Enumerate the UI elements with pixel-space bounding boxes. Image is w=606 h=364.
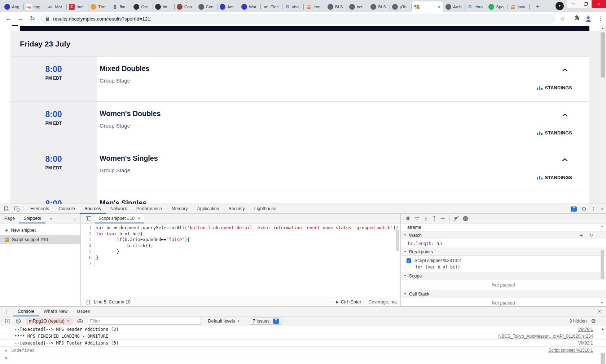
browser-menu-kebab-icon[interactable]: ⋮ [597,15,605,23]
callstack-section-header[interactable]: ▼ Call Stack [401,290,606,298]
editor-scrollbar-thumb[interactable] [396,230,399,251]
issues-counter-button[interactable]: 7 Issues: 7 [250,318,282,325]
devtools-tab-lighthouse[interactable]: Lighthouse [250,204,281,214]
browser-tab[interactable]: Con [175,1,196,12]
bookmark-star-icon[interactable]: ☆ [558,15,566,23]
step-into-icon[interactable] [424,216,428,221]
pause-on-exceptions-icon[interactable] [463,216,468,221]
refresh-watch-icon[interactable]: ↻ [589,232,593,238]
breakpoint-checkbox[interactable]: ✓ [407,258,411,263]
devtools-settings-gear-icon[interactable]: ⚙ [581,206,586,212]
sidebar-tab-page[interactable]: Page [0,214,19,223]
devtools-close-icon[interactable]: × [601,206,604,212]
devtools-tab-console[interactable]: Console [54,204,80,214]
clear-console-icon[interactable] [15,318,22,324]
debugger-scroll-up-arrow[interactable]: ▲ [599,225,605,228]
editor-tab[interactable]: Script snippet #10 × [95,214,144,223]
devtools-tab-memory[interactable]: Memory [167,204,192,214]
message-source-link[interactable]: NBCS_Tokyo_AppMeasur…orAPI_011620.js:234 [498,334,593,339]
browser-tab[interactable]: Con [196,1,218,12]
sidebar-kebab-icon[interactable]: ⋮ [73,216,78,221]
step-over-icon[interactable] [414,216,420,221]
snippet-item[interactable]: Script snippet #10 [0,235,80,244]
browser-tab[interactable]: Am [218,1,239,12]
standings-link[interactable]: STANDINGS [537,130,572,136]
live-expression-eye-icon[interactable] [77,318,83,324]
log-levels-dropdown[interactable]: Default levels ▼ [208,319,240,324]
devtools-tab-elements[interactable]: Elements [26,204,54,214]
message-source-link[interactable]: VM82:1 [578,341,593,346]
watch-section-header[interactable]: ▼ Watch + ↻ [401,231,606,239]
page-scrollbar-thumb[interactable] [601,32,605,77]
console-prompt[interactable]: > [0,354,606,362]
back-button[interactable]: ← [4,14,13,23]
browser-tab[interactable]: Gchro [465,1,487,12]
scope-section-header[interactable]: ▼ Scope [401,272,606,280]
add-watch-icon[interactable]: + [580,232,583,238]
devtools-tab-performance[interactable]: Performance [132,204,167,214]
browser-tab[interactable]: BLS [325,1,347,12]
message-source-link[interactable]: Script snippet %2310:1 [549,348,593,353]
message-source-link[interactable]: VM79:1 [578,327,593,332]
editor-tab-close-icon[interactable]: × [137,216,140,221]
address-bar[interactable]: results.nbcolympics.com/results?sportId=… [40,14,556,24]
drawer-close-icon[interactable]: × [598,308,601,314]
browser-tab[interactable]: Ang [2,1,24,12]
browser-tab[interactable]: The [88,1,110,12]
console-drawer-tab-whatsnew[interactable]: What's New [39,307,72,316]
console-scrollbar-thumb[interactable] [601,353,605,364]
browser-tab[interactable]: epgepg [24,1,45,12]
drawer-menu-kebab-icon[interactable]: ⋮ [4,308,9,314]
standings-link[interactable]: STANDINGS [537,175,572,180]
format-braces-icon[interactable]: { } [86,299,90,305]
deactivate-breakpoints-icon[interactable] [454,216,459,221]
reload-button[interactable]: ↻ [28,14,37,23]
inspect-element-icon[interactable] [3,205,10,212]
editor-scroll-up-arrow[interactable]: ▲ [394,225,400,228]
step-out-icon[interactable] [432,216,436,221]
devtools-tab-security[interactable]: Security [224,204,250,214]
devtools-tab-network[interactable]: Network [106,204,132,214]
browser-tab[interactable]: Wat [239,1,261,12]
tab-close-icon[interactable]: × [437,4,441,10]
browser-tab[interactable]: Arch [443,1,465,12]
console-settings-gear-icon[interactable]: ⚙ [591,318,596,324]
minimize-button[interactable] [567,0,579,8]
new-snippet-button[interactable]: + New snippet [0,226,80,235]
console-filter-input[interactable] [88,318,201,325]
breakpoints-section-header[interactable]: ▼ Breakpoints [401,248,606,256]
new-tab-button[interactable]: + [533,2,543,12]
browser-tab[interactable]: BLS [368,1,390,12]
browser-tab[interactable]: {}ffm [110,1,132,12]
browser-tab[interactable]: AOMat [45,1,67,12]
device-toolbar-icon[interactable] [13,205,20,212]
debugger-scroll-down-arrow[interactable]: ▼ [599,301,605,305]
console-drawer-tab-console[interactable]: Console [13,307,39,316]
collapse-chevron-icon[interactable] [562,112,568,118]
javascript-context-selector[interactable]: mRpg1O (results) ▼ [26,318,73,325]
issues-counter[interactable]: 7 [571,207,577,212]
profile-avatar[interactable] [584,15,592,23]
browser-tab[interactable]: μTo [390,1,412,12]
code-editor[interactable]: 1var bc = document.querySelectorAll('but… [81,223,400,297]
browser-tab[interactable]: Gvba [282,1,304,12]
devtools-tab-application[interactable]: Application [192,204,224,214]
pause-script-icon[interactable] [406,216,410,221]
browser-tab[interactable]: exc [304,1,325,12]
extensions-icon[interactable] [573,15,581,23]
browser-tab[interactable]: Emel [67,1,88,12]
collapse-chevron-icon[interactable] [562,67,568,73]
run-snippet-hint[interactable]: ▶Ctrl+Enter [336,299,361,305]
watch-item[interactable]: bc.length: 53 [401,239,606,248]
devtools-menu-kebab-icon[interactable]: ⋮ [591,206,596,212]
step-icon[interactable] [440,216,445,221]
scroll-up-arrow[interactable]: ▲ [600,27,606,30]
browser-tab-active[interactable]: × [412,1,443,12]
console-scroll-up-arrow[interactable]: ▲ [600,327,606,330]
browser-tab[interactable]: Orc [131,1,153,12]
browser-tab[interactable]: bet [347,1,369,12]
close-window-button[interactable]: × [592,0,606,8]
browser-tab[interactable]: BPElec [261,1,282,12]
collapse-chevron-icon[interactable] [562,156,568,163]
debugger-scrollbar-thumb[interactable] [601,250,604,279]
